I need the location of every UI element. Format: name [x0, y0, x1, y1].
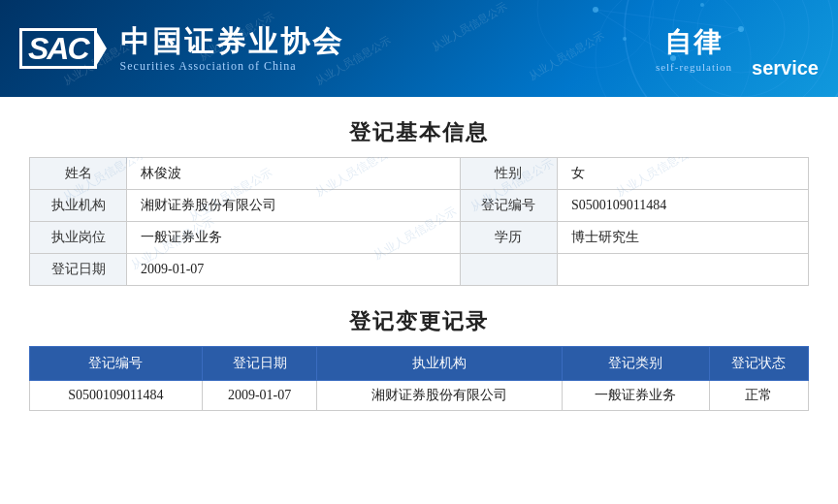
change-table-cell: 正常	[709, 381, 808, 411]
name-value: 林俊波	[127, 158, 461, 190]
employer-value: 湘财证券股份有限公司	[127, 190, 461, 222]
change-table-body: S05001090114842009-01-07湘财证券股份有限公司一般证券业务…	[30, 381, 809, 411]
header: 从业人员信息公示 从业人员信息公示 从业人员信息公示 从业人员信息公示 从业人员…	[0, 0, 838, 97]
change-records-title: 登记变更记录	[29, 296, 809, 346]
sac-box: SAC	[19, 28, 97, 69]
header-right: 自律 self-regulation service	[656, 0, 819, 97]
change-table-cell: S0500109011484	[30, 381, 203, 411]
logo-text: 中国证券业协会 Securities Association of China	[120, 24, 344, 74]
col-reg-no: 登记编号	[30, 347, 203, 381]
gender-value: 女	[557, 158, 808, 190]
education-value: 博士研究生	[557, 222, 808, 254]
col-reg-date: 登记日期	[202, 347, 317, 381]
change-table-wrapper: 登记编号 登记日期 执业机构 登记类别 登记状态 S05001090114842…	[29, 346, 809, 411]
svg-point-9	[593, 7, 598, 13]
table-row-employer: 执业机构 湘财证券股份有限公司 登记编号 S0500109011484	[30, 190, 809, 222]
logo-cn: 中国证券业协会	[120, 24, 344, 59]
position-value: 一般证券业务	[127, 222, 461, 254]
change-table-header: 登记编号 登记日期 执业机构 登记类别 登记状态	[30, 347, 809, 381]
gender-label: 性别	[460, 158, 557, 190]
empty-label	[460, 254, 557, 286]
basic-info-table-wrapper: 从业人员信息公示 从业人员信息公示 从业人员信息公示 从业人员信息公示 从业人员…	[29, 157, 809, 292]
empty-value	[557, 254, 808, 286]
reg-date-value: 2009-01-07	[127, 254, 461, 286]
reg-no-value: S0500109011484	[557, 190, 808, 222]
education-label: 学历	[460, 222, 557, 254]
self-regulation: 自律 self-regulation	[656, 24, 732, 73]
main-content: 登记基本信息 从业人员信息公示 从业人员信息公示 从业人员信息公示 从业人员信息…	[0, 97, 838, 421]
self-reg-cn: 自律	[664, 24, 723, 61]
table-row-name: 姓名 林俊波 性别 女	[30, 158, 809, 190]
service-text: service	[752, 57, 819, 97]
table-row-regdate: 登记日期 2009-01-07	[30, 254, 809, 286]
change-table-row: S05001090114842009-01-07湘财证券股份有限公司一般证券业务…	[30, 381, 809, 411]
basic-info-title: 登记基本信息	[29, 107, 809, 157]
logo-en: Securities Association of China	[120, 59, 344, 74]
sac-triangle	[95, 29, 107, 68]
change-section: 登记变更记录 登记编号 登记日期 执业机构 登记类别 登记状态 S0500109…	[29, 296, 809, 411]
sac-logo: SAC	[19, 28, 107, 69]
change-table-header-row: 登记编号 登记日期 执业机构 登记类别 登记状态	[30, 347, 809, 381]
col-employer: 执业机构	[317, 347, 562, 381]
col-reg-type: 登记类别	[562, 347, 709, 381]
col-reg-status: 登记状态	[709, 347, 808, 381]
position-label: 执业岗位	[30, 222, 127, 254]
change-table-cell: 2009-01-07	[202, 381, 317, 411]
reg-date-label: 登记日期	[30, 254, 127, 286]
change-records-table: 登记编号 登记日期 执业机构 登记类别 登记状态 S05001090114842…	[29, 346, 809, 411]
svg-point-12	[623, 37, 627, 41]
self-reg-en: self-regulation	[656, 61, 732, 73]
employer-label: 执业机构	[30, 190, 127, 222]
change-table-cell: 一般证券业务	[562, 381, 709, 411]
reg-no-label: 登记编号	[460, 190, 557, 222]
basic-info-table: 姓名 林俊波 性别 女 执业机构 湘财证券股份有限公司 登记编号 S050010…	[29, 157, 809, 286]
logo-area: SAC 中国证券业协会 Securities Association of Ch…	[0, 24, 344, 74]
change-table-cell: 湘财证券股份有限公司	[317, 381, 562, 411]
name-label: 姓名	[30, 158, 127, 190]
table-row-position: 执业岗位 一般证券业务 学历 博士研究生	[30, 222, 809, 254]
